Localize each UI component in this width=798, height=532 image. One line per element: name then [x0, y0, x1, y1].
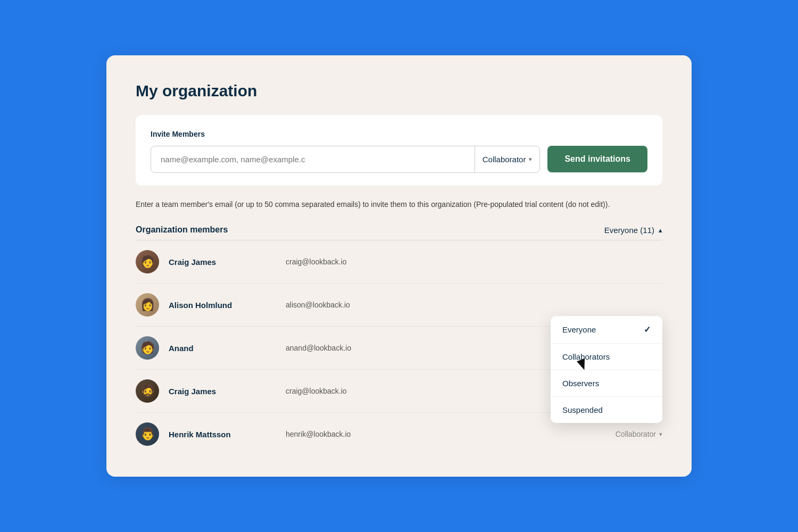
email-input[interactable]: [151, 146, 475, 172]
role-label: Collaborator: [616, 430, 656, 438]
filter-option-everyone[interactable]: Everyone ✓: [551, 316, 662, 344]
filter-dropdown-menu: Everyone ✓ Collaborators Observers Suspe…: [551, 316, 662, 423]
main-card: My organization Invite Members Collabora…: [106, 55, 692, 477]
members-section-title: Organization members: [136, 225, 228, 235]
member-name: Anand: [169, 344, 286, 353]
role-select[interactable]: Collaborator ▾: [475, 146, 540, 172]
member-name: Henrik Mattsson: [169, 430, 286, 439]
member-email: alison@lookback.io: [286, 301, 662, 309]
filter-option-label: Collaborators: [562, 352, 610, 361]
filter-option-observers[interactable]: Observers: [551, 370, 662, 397]
filter-dropdown-button[interactable]: Everyone (11) ▴: [604, 226, 662, 235]
table-row: 🧑 Craig James craig@lookback.io: [136, 240, 662, 284]
invite-input-row: Collaborator ▾: [151, 146, 540, 173]
avatar: 👩: [136, 293, 159, 317]
avatar: 🧑: [136, 336, 159, 360]
member-name: Craig James: [169, 387, 286, 396]
role-select-label: Collaborator: [483, 155, 526, 164]
members-header: Organization members Everyone (11) ▴: [136, 225, 662, 235]
avatar: 🧔: [136, 379, 159, 403]
filter-option-suspended[interactable]: Suspended: [551, 397, 662, 423]
check-icon: ✓: [644, 325, 651, 335]
avatar: 👨: [136, 422, 159, 446]
filter-option-label: Everyone: [562, 325, 596, 334]
filter-option-collaborators[interactable]: Collaborators: [551, 344, 662, 370]
filter-label: Everyone (11): [604, 226, 654, 235]
invite-section: Invite Members Collaborator ▾ Send invit…: [136, 115, 662, 186]
filter-option-label: Suspended: [562, 405, 603, 414]
page-title: My organization: [136, 82, 662, 100]
filter-option-label: Observers: [562, 379, 599, 388]
member-email: craig@lookback.io: [286, 257, 662, 266]
member-name: Craig James: [169, 257, 286, 267]
member-name: Alison Holmlund: [169, 301, 286, 310]
member-role-select[interactable]: Collaborator ▾: [616, 430, 662, 438]
invite-help-text: Enter a team member's email (or up to 50…: [136, 198, 662, 210]
chevron-up-icon: ▴: [659, 226, 662, 234]
invite-label: Invite Members: [151, 130, 647, 138]
send-invitations-button[interactable]: Send invitations: [547, 146, 647, 172]
avatar: 🧑: [136, 250, 159, 273]
chevron-down-icon: ▾: [659, 431, 662, 438]
member-email: henrik@lookback.io: [286, 430, 616, 438]
chevron-down-icon: ▾: [529, 156, 532, 163]
